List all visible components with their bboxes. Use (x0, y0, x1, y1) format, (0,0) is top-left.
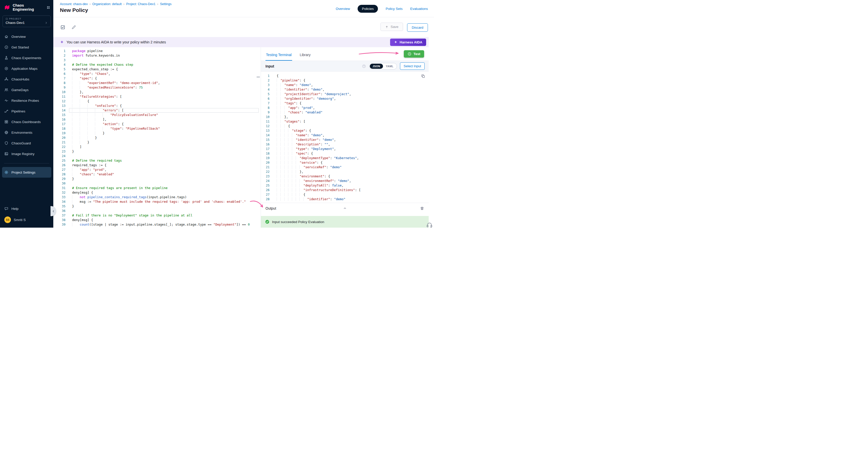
code-line[interactable]: 2import future.keywords.in (53, 53, 261, 58)
code-line[interactable]: 3 "name": "demo", (261, 83, 429, 87)
breadcrumb-item[interactable]: Organization: default (92, 2, 122, 6)
support-headset-icon[interactable] (426, 222, 433, 228)
sidebar-item-gamedays[interactable]: GameDays (0, 85, 53, 95)
harness-aida-button[interactable]: Harness AIDA (390, 39, 426, 46)
sidebar-item-overview[interactable]: Overview (0, 31, 53, 42)
save-button[interactable]: Save (380, 23, 403, 31)
code-line[interactable]: 15 "identifier": "demo", (261, 137, 429, 142)
code-line[interactable]: 4# Define the expected Chaos step (53, 62, 261, 67)
code-line[interactable]: 29} (53, 176, 261, 181)
code-line[interactable]: 17 "action": { (53, 122, 261, 126)
discard-button[interactable]: Discard (407, 23, 428, 32)
code-line[interactable]: 2 "pipeline": { (261, 78, 429, 83)
code-line[interactable]: 3 (53, 58, 261, 62)
code-line[interactable]: 12 { (261, 124, 429, 128)
code-line[interactable]: 20 } (53, 135, 261, 140)
sidebar-item-resilience-probes[interactable]: Resilience Probes (0, 95, 53, 106)
sidebar-item-get-started[interactable]: Get Started (0, 42, 53, 53)
code-line[interactable]: 21 } (53, 140, 261, 144)
code-line[interactable]: 6 "type": "Chaos", (53, 71, 261, 76)
sidebar-item-project-settings[interactable]: Project Settings (2, 167, 51, 177)
scrollbar-marker[interactable] (257, 77, 260, 77)
tab-library[interactable]: Library (299, 53, 311, 61)
code-line[interactable]: 4 "identifier": "demo", (261, 87, 429, 92)
top-nav-overview[interactable]: Overview (336, 7, 350, 11)
code-line[interactable]: 14 "errors": [ (53, 108, 261, 113)
code-line[interactable]: 38deny[msg] { (53, 218, 261, 222)
breadcrumb-item[interactable]: Project: Chaos-Dev1 (126, 2, 155, 6)
sidebar-item-chaoshubs[interactable]: ChaosHubs (0, 74, 53, 85)
test-button[interactable]: Test (404, 50, 424, 58)
code-line[interactable]: 21 "serviceRef": "demo" (261, 165, 429, 169)
code-line[interactable]: 7 "spec": { (53, 76, 261, 81)
top-nav-evaluations[interactable]: Evaluations (410, 7, 428, 11)
trash-icon[interactable] (420, 206, 424, 210)
breadcrumb-item[interactable]: Settings (160, 2, 171, 6)
policy-check-icon[interactable] (60, 25, 65, 30)
code-line[interactable]: 18 "type": "PipelineRollback" (53, 126, 261, 131)
code-line[interactable]: 11 "stages": [ (261, 119, 429, 124)
code-line[interactable]: 8 "app": "prod", (261, 105, 429, 110)
sidebar-item-pipelines[interactable]: Pipelines (0, 106, 53, 117)
input-editor[interactable]: 1{2 "pipeline": {3 "name": "demo",4 "ide… (261, 71, 429, 203)
code-line[interactable]: 14 "name": "demo", (261, 133, 429, 137)
code-line[interactable]: 16 ], (53, 117, 261, 122)
sidebar-item-chaos-experiments[interactable]: Chaos Experiments (0, 53, 53, 63)
code-line[interactable]: 26 "infrastructureDefinitions": [ (261, 188, 429, 192)
code-line[interactable]: 33 not pipeline_contains_required_tags(i… (53, 195, 261, 199)
code-line[interactable]: 24 (53, 154, 261, 158)
format-yaml[interactable]: YAML (383, 64, 396, 69)
copy-icon[interactable] (421, 74, 425, 79)
code-line[interactable]: 25 "deployToAll": false, (261, 183, 429, 188)
code-line[interactable]: 19 "deploymentType": "Kubernetes", (261, 156, 429, 160)
code-line[interactable]: 27 "app": "prod", (53, 167, 261, 172)
code-line[interactable]: 34 msg := "The pipeline must include the… (53, 199, 261, 204)
code-line[interactable]: 36 (53, 208, 261, 213)
help-circle-icon[interactable] (362, 64, 366, 68)
policy-code[interactable]: 1package pipeline2import future.keywords… (53, 49, 261, 227)
code-line[interactable]: 24 "environmentRef": "demo", (261, 178, 429, 183)
code-line[interactable]: 6 "orgIdentifier": "demoorg", (261, 96, 429, 101)
code-line[interactable]: 31# Ensure required tags are present in … (53, 186, 261, 190)
sidebar-item-help[interactable]: Help (0, 203, 53, 214)
sidebar-item-environments[interactable]: Environments (0, 127, 53, 138)
code-line[interactable]: 7 "tags": { (261, 101, 429, 105)
code-line[interactable]: 15 "PolicyEvaluationFailure" (53, 113, 261, 117)
project-selector[interactable]: PROJECT Chaos-Dev1 (3, 15, 51, 27)
code-line[interactable]: 11 "failureStrategies": [ (53, 94, 261, 99)
input-code[interactable]: 1{2 "pipeline": {3 "name": "demo",4 "ide… (261, 74, 429, 201)
code-line[interactable]: 18 "spec": { (261, 151, 429, 156)
sidebar-item-application-maps[interactable]: Application Maps (0, 63, 53, 74)
code-line[interactable]: 1{ (261, 74, 429, 78)
code-line[interactable]: 30 (53, 181, 261, 186)
code-line[interactable]: 9 "chaos": "enabled" (261, 110, 429, 115)
code-line[interactable]: 25# Define the required tags (53, 158, 261, 163)
code-line[interactable]: 23} (53, 149, 261, 154)
code-line[interactable]: 13 "stage": { (261, 128, 429, 133)
code-line[interactable]: 20 "service": { (261, 160, 429, 165)
select-input-button[interactable]: Select Input (400, 62, 425, 70)
breadcrumb-item[interactable]: Account: chaos-dev (60, 2, 88, 6)
code-line[interactable]: 16 "description": "", (261, 142, 429, 147)
code-line[interactable]: 26required_tags := { (53, 163, 261, 167)
top-nav-policy-sets[interactable]: Policy Sets (385, 7, 403, 11)
tab-testing-terminal[interactable]: Testing Terminal (266, 53, 292, 61)
code-line[interactable]: 35} (53, 204, 261, 208)
code-line[interactable]: 13 "onFailure": { (53, 103, 261, 108)
top-nav-policies[interactable]: Policies (358, 5, 378, 13)
format-json[interactable]: JSON (370, 64, 383, 69)
code-line[interactable]: 8 "experimentRef": "demo-experiment-id", (53, 81, 261, 85)
policy-code-editor[interactable]: 1package pipeline2import future.keywords… (53, 47, 261, 228)
code-line[interactable]: 32deny[msg] { (53, 190, 261, 195)
code-line[interactable]: 5 "projectIdentifier": "demoproject", (261, 92, 429, 96)
collapse-chevron-icon[interactable] (343, 206, 347, 210)
code-line[interactable]: 22 ] (53, 144, 261, 149)
sidebar-item-chaos-dashboards[interactable]: Chaos Dashboards (0, 117, 53, 127)
code-line[interactable]: 28 "identifier": "demo" (261, 197, 429, 201)
code-line[interactable]: 1package pipeline (53, 49, 261, 53)
module-switcher-icon[interactable] (46, 6, 50, 9)
code-line[interactable]: 12 { (53, 99, 261, 103)
code-line[interactable]: 17 "type": "Deployment", (261, 147, 429, 151)
code-line[interactable]: 23 "environment": { (261, 174, 429, 178)
edit-pencil-icon[interactable] (71, 25, 76, 30)
